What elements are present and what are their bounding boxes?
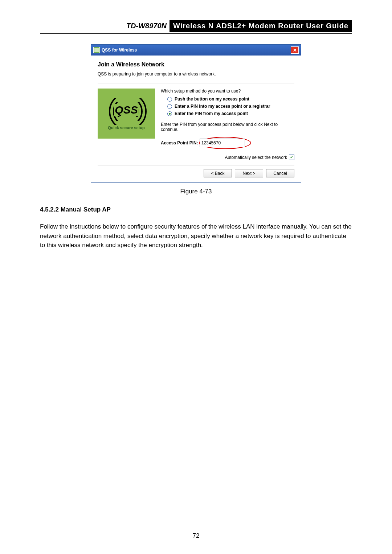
radio-icon[interactable] (167, 97, 172, 102)
option-push-button[interactable]: Push the button on my access point (167, 97, 294, 102)
section-heading: 4.5.2.2 Manual Setup AP (40, 206, 352, 213)
auto-select-checkbox[interactable]: ✓ (289, 155, 294, 160)
pin-instruction: Enter the PIN from your access point bel… (161, 122, 294, 132)
cancel-button[interactable]: Cancel (266, 169, 294, 177)
figure-caption: Figure 4-73 (40, 188, 352, 195)
back-button[interactable]: < Back (204, 169, 232, 177)
radio-icon[interactable] (167, 111, 172, 116)
setup-prompt: Which setup method do you want to use? (161, 89, 294, 94)
option-enter-pin-from-ap[interactable]: Enter the PIN from my access point (167, 111, 294, 116)
model-number: TD-W8970N (126, 22, 167, 30)
page-number: 72 (0, 532, 392, 539)
auto-select-label: Automatically select the network (225, 155, 287, 160)
next-button[interactable]: Next > (235, 169, 263, 177)
qss-dialog: QSS for Wireless ✕ Join a Wireless Netwo… (91, 44, 301, 183)
option-label: Enter a PIN into my access point or a re… (175, 104, 270, 109)
titlebar: QSS for Wireless ✕ (91, 45, 301, 56)
qss-logo-icon: QSS (105, 97, 148, 123)
dialog-subtext: QSS is preparing to join your computer t… (98, 71, 294, 77)
guide-title: Wireless N ADSL2+ Modem Router User Guid… (170, 20, 352, 32)
dialog-heading: Join a Wireless Network (98, 61, 294, 68)
option-label: Push the button on my access point (175, 97, 249, 102)
radio-icon[interactable] (167, 104, 172, 109)
pin-input[interactable] (200, 139, 245, 147)
close-icon[interactable]: ✕ (291, 46, 299, 54)
qss-logo-panel: QSS Quick secure setup (98, 89, 155, 139)
page-header: TD-W8970N Wireless N ADSL2+ Modem Router… (40, 20, 352, 34)
pin-label: Access Point PIN: (161, 140, 198, 145)
section-paragraph: Follow the instructions below to configu… (40, 222, 352, 250)
app-icon (93, 47, 100, 53)
titlebar-text: QSS for Wireless (102, 48, 291, 53)
option-enter-pin-into-ap[interactable]: Enter a PIN into my access point or a re… (167, 104, 294, 109)
option-label: Enter the PIN from my access point (175, 111, 248, 116)
qss-caption: Quick secure setup (108, 126, 145, 130)
